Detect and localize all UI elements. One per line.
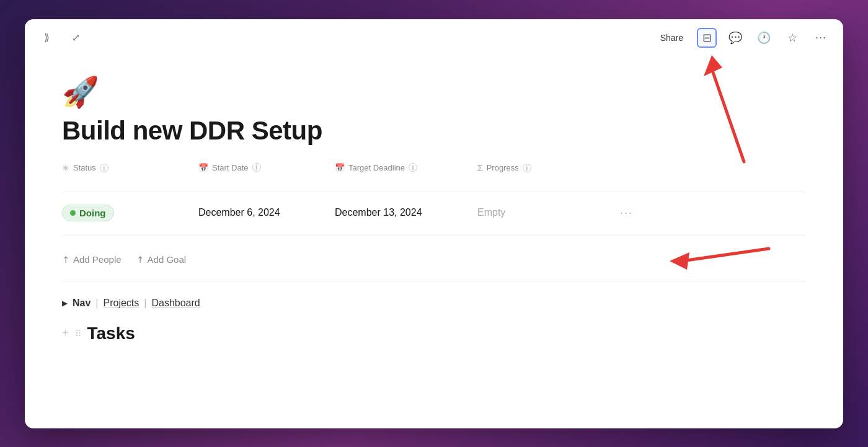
page-icon: 🚀 xyxy=(62,75,806,110)
more-options-button[interactable]: ··· xyxy=(811,28,831,48)
tasks-title: Tasks xyxy=(87,324,135,343)
start-date-value[interactable]: December 6, 2024 xyxy=(198,207,280,218)
tasks-section: + ⠿ Tasks xyxy=(62,314,806,343)
calendar-icon-1: 📅 xyxy=(198,163,208,172)
star-button[interactable]: ☆ xyxy=(782,28,802,48)
add-goal-arrow-icon: ↗ xyxy=(134,253,146,265)
title-bar-right: Share ⊟ 💬 🕐 ☆ ··· xyxy=(655,28,831,48)
add-goal-button[interactable]: ↗ Add Goal xyxy=(136,254,187,265)
status-value: Doing xyxy=(79,208,106,218)
sigma-icon: Σ xyxy=(477,163,483,173)
nav-toggle-button[interactable]: ▶ xyxy=(62,299,68,308)
sidebar-toggle-button[interactable]: ⊟ xyxy=(697,28,717,48)
row-more-button[interactable]: ··· xyxy=(620,206,806,219)
row-more-cell: ··· xyxy=(614,206,806,219)
expand-icon: ⟫ xyxy=(44,32,50,43)
status-icon: ✳ xyxy=(62,163,69,173)
add-people-arrow-icon: ↗ xyxy=(60,253,72,265)
nav-separator-2: | xyxy=(144,298,146,309)
status-dot xyxy=(70,210,76,216)
target-deadline-value[interactable]: December 13, 2024 xyxy=(335,207,422,218)
nav-dashboard-link[interactable]: Dashboard xyxy=(151,298,200,309)
add-section: ↗ Add People ↗ Add Goal xyxy=(62,249,806,270)
history-button[interactable]: 🕐 xyxy=(754,28,774,48)
more-icon: ··· xyxy=(815,31,826,44)
comment-button[interactable]: 💬 xyxy=(725,28,745,48)
section-divider-2 xyxy=(62,281,806,281)
target-deadline-label: 📅 Target Deadline i xyxy=(335,163,459,172)
more-actions-cell xyxy=(614,163,806,179)
progress-info-icon: i xyxy=(523,164,531,172)
status-info-icon: i xyxy=(100,164,108,172)
progress-label-cell: Σ Progress i xyxy=(477,163,614,179)
sidebar-toggle-icon: ⊟ xyxy=(702,31,712,45)
nav-section: ▶ Nav | Projects | Dashboard xyxy=(62,293,806,314)
title-bar: ⟫ ⤢ Share ⊟ 💬 🕐 ☆ ··· xyxy=(25,19,843,56)
history-icon: 🕐 xyxy=(757,31,771,45)
props-labels-row: ✳ Status i 📅 Start Date i 📅 Target xyxy=(62,163,806,179)
comment-icon: 💬 xyxy=(728,31,742,45)
progress-label: Σ Progress i xyxy=(477,163,595,173)
target-deadline-info-icon: i xyxy=(409,163,417,172)
rocket-emoji: 🚀 xyxy=(62,76,99,108)
props-divider xyxy=(62,192,806,192)
status-label: ✳ Status i xyxy=(62,163,180,173)
start-date-label-cell: 📅 Start Date i xyxy=(198,163,335,179)
main-window: ⟫ ⤢ Share ⊟ 💬 🕐 ☆ ··· xyxy=(25,19,843,428)
props-values-row: Doing December 6, 2024 December 13, 2024… xyxy=(62,205,806,221)
nav-projects-link[interactable]: Projects xyxy=(104,298,140,309)
title-bar-left: ⟫ ⤢ xyxy=(37,28,86,48)
tasks-drag-handle[interactable]: ⠿ xyxy=(75,329,81,339)
properties-section: ✳ Status i 📅 Start Date i 📅 Target xyxy=(62,163,806,221)
add-people-button[interactable]: ↗ Add People xyxy=(62,254,122,265)
expand-button[interactable]: ⟫ xyxy=(37,28,57,48)
progress-value-cell: Empty xyxy=(477,207,614,218)
section-divider-1 xyxy=(62,235,806,236)
shrink-button[interactable]: ⤢ xyxy=(66,28,86,48)
progress-value[interactable]: Empty xyxy=(477,207,505,218)
start-date-label: 📅 Start Date i xyxy=(198,163,316,172)
status-badge[interactable]: Doing xyxy=(62,205,114,221)
share-button[interactable]: Share xyxy=(655,30,688,45)
status-value-cell: Doing xyxy=(62,205,198,221)
nav-separator-1: | xyxy=(95,298,98,309)
tasks-add-button[interactable]: + xyxy=(62,327,69,340)
start-date-info-icon: i xyxy=(252,163,261,172)
calendar-icon-2: 📅 xyxy=(335,163,345,172)
shrink-icon: ⤢ xyxy=(72,32,80,43)
page-content: 🚀 Build new DDR Setup ✳ Status i 📅 Sta xyxy=(25,56,843,428)
nav-label: Nav xyxy=(73,298,91,309)
start-date-value-cell: December 6, 2024 xyxy=(198,207,335,218)
target-deadline-value-cell: December 13, 2024 xyxy=(335,207,477,218)
page-title[interactable]: Build new DDR Setup xyxy=(62,116,806,146)
status-label-cell: ✳ Status i xyxy=(62,163,198,179)
star-icon: ☆ xyxy=(787,31,797,45)
target-deadline-label-cell: 📅 Target Deadline i xyxy=(335,163,477,179)
